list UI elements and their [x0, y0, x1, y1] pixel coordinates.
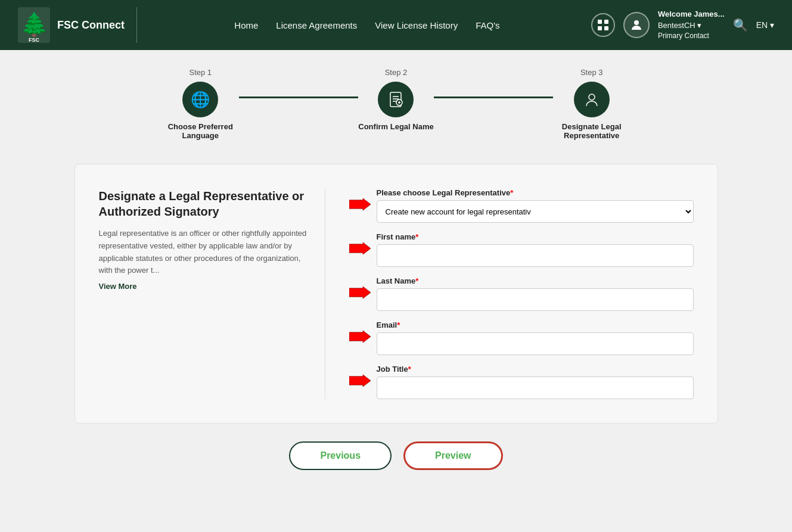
arrow-first-name	[349, 240, 371, 259]
email-field: Email*	[377, 321, 694, 355]
previous-button[interactable]: Previous	[289, 441, 392, 470]
step-1-icon: 🌐	[182, 82, 218, 117]
form-description: Designate a Legal Representative or Auth…	[99, 188, 325, 399]
arrow-last-name	[349, 284, 371, 303]
welcome-section: Welcome James... BentestCH ▾ Primary Con…	[658, 9, 725, 41]
arrow-email	[349, 328, 371, 347]
preview-button[interactable]: Preview	[403, 441, 502, 470]
first-name-label: First name*	[377, 232, 694, 241]
fsc-logo: 🌲 FSC	[18, 7, 50, 43]
grid-icon-button[interactable]	[591, 13, 615, 37]
legal-rep-select[interactable]: Create new account for legal representat…	[377, 200, 694, 223]
brand-name: FSC Connect	[57, 19, 125, 32]
email-label: Email*	[377, 321, 694, 329]
view-more-link[interactable]: View More	[99, 282, 307, 291]
form-description-text: Legal representative is an officer or ot…	[99, 228, 307, 277]
user-role: Primary Contact	[658, 31, 725, 41]
step-3-title: Designate Legal Representative	[553, 122, 631, 140]
language-selector[interactable]: EN ▾	[756, 20, 774, 30]
step-3-icon	[574, 82, 610, 117]
svg-marker-19	[349, 331, 371, 343]
stepper: Step 1 🌐 Choose Preferred Language Step …	[74, 68, 718, 140]
avatar-icon	[629, 18, 644, 32]
step-connector-2	[434, 97, 553, 98]
nav-view-license-history[interactable]: View License History	[375, 20, 458, 30]
nav-right: Welcome James... BentestCH ▾ Primary Con…	[591, 9, 774, 41]
button-row: Previous Preview	[74, 441, 718, 470]
last-name-field: Last Name*	[377, 276, 694, 311]
grid-icon	[597, 19, 609, 31]
job-title-group: Job Title*	[349, 365, 694, 399]
svg-marker-20	[349, 375, 371, 387]
email-group: Email*	[349, 321, 694, 355]
svg-text:FSC: FSC	[29, 37, 40, 43]
step-2: Step 2 Confirm Legal Name	[358, 68, 433, 131]
legal-rep-field: Please choose Legal Representative* Crea…	[377, 188, 694, 223]
arrow-job-title	[349, 372, 371, 391]
username-label: BentestCH ▾	[658, 20, 725, 31]
last-name-group: Last Name*	[349, 276, 694, 311]
svg-rect-3	[598, 20, 602, 24]
step-2-icon	[378, 82, 414, 117]
svg-marker-17	[349, 242, 371, 254]
job-title-input[interactable]	[377, 377, 694, 399]
nav-home[interactable]: Home	[234, 20, 258, 30]
main-content: Step 1 🌐 Choose Preferred Language Step …	[39, 50, 754, 494]
step-2-label: Step 2	[385, 68, 408, 77]
step-1-label: Step 1	[189, 68, 212, 77]
first-name-group: First name*	[349, 232, 694, 267]
search-icon[interactable]: 🔍	[733, 18, 748, 32]
legal-rep-group: Please choose Legal Representative* Crea…	[349, 188, 694, 223]
email-input[interactable]	[377, 332, 694, 355]
step-connector-1	[239, 97, 358, 98]
svg-rect-6	[604, 26, 608, 30]
svg-marker-18	[349, 287, 371, 298]
first-name-field: First name*	[377, 232, 694, 267]
form-section-title: Designate a Legal Representative or Auth…	[99, 188, 307, 219]
first-name-input[interactable]	[377, 244, 694, 267]
nav-faqs[interactable]: FAQ's	[476, 20, 499, 30]
svg-rect-5	[598, 26, 602, 30]
svg-marker-16	[349, 198, 371, 210]
svg-text:🌲: 🌲	[20, 11, 49, 38]
brand-section: 🌲 FSC FSC Connect	[18, 7, 137, 43]
last-name-label: Last Name*	[377, 276, 694, 285]
welcome-message: Welcome James...	[658, 9, 725, 20]
svg-point-7	[634, 20, 639, 25]
step-3: Step 3 Designate Legal Representative	[553, 68, 631, 140]
arrow-legal-rep	[349, 196, 371, 215]
form-card: Designate a Legal Representative or Auth…	[74, 164, 718, 424]
last-name-input[interactable]	[377, 288, 694, 311]
job-title-field: Job Title*	[377, 365, 694, 399]
form-fields: Please choose Legal Representative* Crea…	[349, 188, 694, 399]
step-1: Step 1 🌐 Choose Preferred Language	[161, 68, 239, 140]
navbar: 🌲 FSC FSC Connect Home License Agreement…	[0, 0, 792, 50]
job-title-label: Job Title*	[377, 365, 694, 374]
nav-links: Home License Agreements View License His…	[155, 20, 579, 30]
nav-license-agreements[interactable]: License Agreements	[276, 20, 357, 30]
step-3-label: Step 3	[580, 68, 603, 77]
svg-point-15	[589, 94, 595, 100]
legal-rep-label: Please choose Legal Representative*	[377, 188, 694, 197]
user-avatar[interactable]	[623, 12, 650, 38]
step-2-title: Confirm Legal Name	[358, 122, 433, 131]
svg-rect-4	[604, 20, 608, 24]
step-1-title: Choose Preferred Language	[161, 122, 239, 140]
